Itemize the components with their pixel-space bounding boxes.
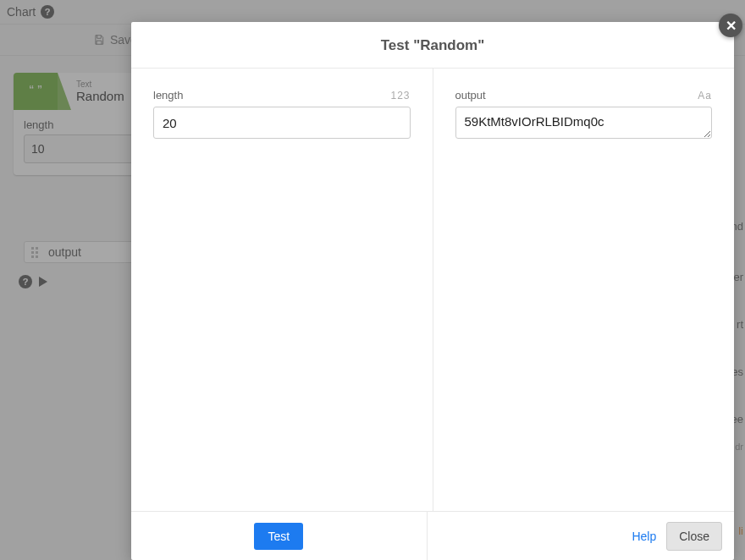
length-input[interactable] [153,107,411,139]
length-label: length [153,89,183,102]
close-button[interactable]: Close [666,522,722,551]
close-icon[interactable]: ✕ [719,14,742,37]
output-textarea[interactable] [455,107,713,139]
numeric-hint-icon: 123 [390,90,410,102]
dialog-title: Test "Random" [131,22,734,69]
dialog-footer: Test Help Close [131,511,734,560]
test-dialog: ✕ Test "Random" length 123 output Aa Tes… [131,22,734,560]
test-button[interactable]: Test [254,523,303,550]
text-hint-icon: Aa [698,90,712,102]
dialog-input-column: length 123 [131,69,433,511]
output-label: output [455,89,486,102]
help-button[interactable]: Help [632,530,656,543]
dialog-output-column: output Aa [433,69,735,511]
